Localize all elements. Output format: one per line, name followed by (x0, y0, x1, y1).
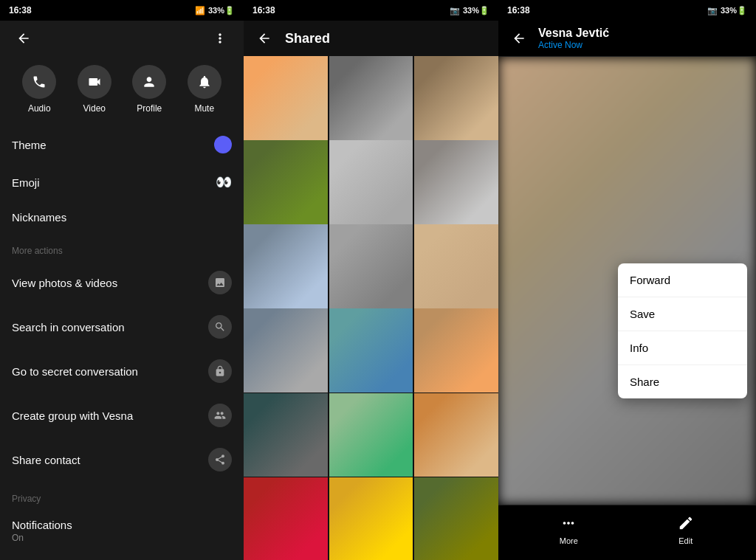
chat-topbar: Vesna Jevtić Active Now (498, 21, 756, 57)
edit-icon (676, 513, 696, 533)
audio-label: Audio (28, 103, 51, 114)
back-button-chat[interactable] (507, 27, 531, 50)
emoji-label: Emoji (12, 176, 40, 189)
status-bar-1: 16:38 📶 33%🔋 (0, 0, 244, 21)
photo-11[interactable] (329, 308, 413, 393)
edit-button[interactable]: Edit (676, 513, 696, 545)
photo-12[interactable] (414, 308, 498, 393)
photo-6[interactable] (414, 140, 498, 224)
profile-icon-circle (132, 65, 166, 99)
video-icon-circle (78, 65, 111, 99)
photo-14[interactable] (329, 393, 413, 477)
audio-button[interactable]: Audio (22, 65, 56, 114)
privacy-section-label: Privacy (0, 482, 244, 508)
photo-3[interactable] (414, 56, 498, 140)
video-button[interactable]: Video (78, 65, 111, 114)
nicknames-item[interactable]: Nicknames (0, 201, 244, 234)
battery-2: 33%🔋 (463, 6, 489, 15)
save-label: Save (630, 308, 655, 320)
edit-label: Edit (678, 536, 693, 545)
photo-9[interactable] (414, 224, 498, 308)
settings-panel: 16:38 📶 33%🔋 Audio (0, 0, 244, 560)
theme-item[interactable]: Theme (0, 125, 244, 164)
back-button-shared[interactable] (252, 27, 276, 50)
mute-button[interactable]: Mute (188, 65, 221, 114)
shared-panel: 16:38 📷 33%🔋 Shared (244, 0, 498, 560)
theme-indicator (214, 136, 232, 153)
photo-17[interactable] (329, 477, 413, 560)
chat-bottom-bar: More Edit (498, 505, 756, 560)
more-actions-section: More actions (0, 234, 244, 260)
shared-title: Shared (285, 31, 330, 46)
battery-1: 33%🔋 (208, 6, 235, 15)
vanish-mode-item[interactable]: Vanish mode Off (0, 553, 244, 560)
status-indicators-2: 📷 33%🔋 (450, 6, 489, 15)
share-label: Share (630, 376, 659, 388)
create-group-item[interactable]: Create group with Vesna (0, 393, 244, 438)
settings-topbar (0, 21, 244, 56)
nicknames-label: Nicknames (12, 211, 66, 224)
more-label: More (560, 536, 578, 545)
view-photos-item[interactable]: View photos & videos (0, 260, 244, 305)
video-label: Video (83, 103, 106, 114)
share-icon (208, 448, 232, 471)
more-button[interactable]: More (558, 513, 579, 545)
shared-topbar: Shared (244, 21, 498, 56)
group-icon (208, 404, 232, 427)
info-menu-item[interactable]: Info (618, 331, 747, 365)
status-bar-3: 16:38 📷 33%🔋 (498, 0, 756, 21)
photo-2[interactable] (329, 56, 413, 140)
save-menu-item[interactable]: Save (618, 297, 747, 331)
wifi-icon: 📶 (195, 6, 205, 15)
search-icon (208, 315, 232, 339)
search-conversation-label: Search in conversation (12, 321, 125, 333)
photo-15[interactable] (414, 393, 498, 477)
status-time-2: 16:38 (252, 5, 275, 15)
settings-list: Theme Emoji 👀 Nicknames More actions Vie… (0, 125, 244, 560)
chat-area: Forward Save Info Share (498, 57, 756, 505)
status-time-1: 16:38 (9, 5, 32, 15)
context-menu: Forward Save Info Share (618, 263, 747, 398)
mute-icon-circle (188, 65, 221, 99)
forward-label: Forward (630, 274, 670, 286)
status-bar-2: 16:38 📷 33%🔋 (244, 0, 498, 21)
photo-4[interactable] (244, 140, 328, 224)
mute-label: Mute (194, 103, 214, 114)
back-button-settings[interactable] (12, 27, 35, 50)
more-icon (558, 513, 579, 533)
contact-info: Vesna Jevtić Active Now (538, 27, 609, 50)
search-conversation-item[interactable]: Search in conversation (0, 305, 244, 349)
photo-10[interactable] (244, 308, 328, 393)
photo-13[interactable] (244, 393, 328, 477)
share-menu-item[interactable]: Share (618, 365, 747, 398)
photo-18[interactable] (414, 477, 498, 560)
status-indicators-1: 📶 33%🔋 (195, 6, 235, 15)
lock-icon (208, 359, 232, 383)
share-contact-label: Share contact (12, 454, 80, 466)
notifications-status: On (12, 533, 72, 543)
emoji-item[interactable]: Emoji 👀 (0, 164, 244, 201)
battery-3: 33%🔋 (721, 6, 747, 15)
photo-1[interactable] (244, 56, 328, 140)
contact-name: Vesna Jevtić (538, 27, 609, 40)
secret-conversation-item[interactable]: Go to secret conversation (0, 349, 244, 393)
photo-8[interactable] (329, 224, 413, 308)
photo-5[interactable] (329, 140, 413, 224)
forward-menu-item[interactable]: Forward (618, 263, 747, 297)
info-label: Info (630, 342, 648, 354)
secret-conversation-label: Go to secret conversation (12, 365, 138, 378)
profile-button[interactable]: Profile (132, 65, 166, 114)
notifications-item[interactable]: Notifications On (0, 508, 244, 553)
photo-7[interactable] (244, 224, 328, 308)
audio-icon-circle (22, 65, 56, 99)
signal-icon-3: 📷 (707, 6, 718, 15)
contact-status: Active Now (538, 40, 609, 50)
chat-panel: 16:38 📷 33%🔋 Vesna Jevtić Active Now For… (498, 0, 756, 560)
more-options-button[interactable] (208, 27, 232, 50)
profile-label: Profile (137, 103, 162, 114)
view-photos-label: View photos & videos (12, 277, 117, 289)
photo-16[interactable] (244, 477, 328, 560)
share-contact-item[interactable]: Share contact (0, 438, 244, 482)
status-time-3: 16:38 (507, 5, 530, 15)
create-group-label: Create group with Vesna (12, 409, 133, 422)
